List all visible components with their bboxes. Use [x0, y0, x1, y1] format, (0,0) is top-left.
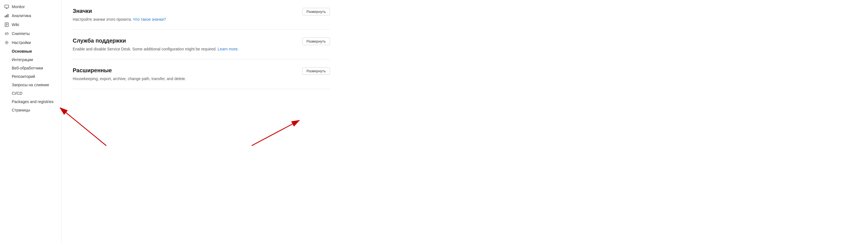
- badges-title: Значки: [73, 8, 92, 14]
- advanced-desc: Housekeeping, export, archive, change pa…: [73, 77, 297, 81]
- sidebar-sub-item-general[interactable]: Основные: [0, 47, 61, 55]
- sidebar-sub-item-pages[interactable]: Страницы: [0, 106, 61, 114]
- svg-line-10: [6, 32, 7, 35]
- svg-point-11: [6, 42, 7, 44]
- advanced-header: Расширенные Развернуть: [73, 67, 330, 75]
- sidebar-sub-item-label: Страницы: [12, 108, 30, 112]
- sidebar-item-monitor[interactable]: Monitor: [0, 2, 61, 11]
- sidebar-item-label: Wiki: [12, 22, 19, 27]
- sidebar-sub-item-label: Интеграции: [12, 57, 33, 62]
- sidebar-item-analytics[interactable]: Аналитика: [0, 11, 61, 20]
- sidebar-sub-item-cicd[interactable]: CI/CD: [0, 89, 61, 98]
- settings-icon: [4, 41, 9, 45]
- badges-expand-button[interactable]: Развернуть: [302, 8, 330, 16]
- sidebar-sub-item-webhooks[interactable]: Веб-обработчики: [0, 64, 61, 72]
- analytics-icon: [4, 14, 9, 18]
- sidebar-sub-item-label: Packages and registries: [12, 100, 54, 104]
- sidebar-sub-item-label: Запросы на слияние: [12, 83, 49, 87]
- service-desk-desc: Enable and disable Service Desk. Some ad…: [73, 47, 297, 51]
- sidebar-item-label: Аналитика: [12, 14, 31, 18]
- sidebar-sub-item-label: Веб-обработчики: [12, 66, 43, 70]
- advanced-title: Расширенные: [73, 67, 112, 74]
- snippets-icon: [4, 31, 9, 36]
- sidebar-item-settings[interactable]: Настройки: [0, 38, 61, 47]
- service-desk-section: Служба поддержки Развернуть Enable and d…: [73, 30, 330, 59]
- sidebar-item-label: Monitor: [12, 4, 25, 9]
- sidebar-sub-item-packages[interactable]: Packages and registries: [0, 98, 61, 106]
- sidebar-item-snippets[interactable]: Сниппеты: [0, 29, 61, 38]
- svg-rect-4: [6, 15, 7, 17]
- sidebar-sub-item-label: CI/CD: [12, 91, 22, 96]
- sidebar-item-label: Настройки: [12, 41, 31, 45]
- wiki-icon: [4, 22, 9, 27]
- svg-rect-5: [7, 14, 8, 17]
- badges-link[interactable]: Что такое значки?: [133, 17, 166, 22]
- sidebar-sub-item-merge-requests[interactable]: Запросы на слияние: [0, 81, 61, 89]
- badges-desc: Настройте значки этого проекта. Что тако…: [73, 17, 297, 22]
- sidebar-item-wiki[interactable]: Wiki: [0, 20, 61, 29]
- monitor-icon: [4, 4, 9, 9]
- service-desk-link[interactable]: Learn more.: [218, 47, 239, 51]
- sidebar-sub-item-repository[interactable]: Репозиторий: [0, 72, 61, 81]
- badges-header: Значки Развернуть: [73, 8, 330, 16]
- service-desk-header: Служба поддержки Развернуть: [73, 37, 330, 45]
- svg-rect-0: [5, 5, 9, 8]
- sidebar-item-label: Сниппеты: [12, 31, 30, 36]
- sidebar-sub-item-integrations[interactable]: Интеграции: [0, 55, 61, 64]
- svg-rect-3: [5, 16, 6, 17]
- advanced-section: Расширенные Развернуть Housekeeping, exp…: [73, 59, 330, 89]
- sidebar-sub-item-label: Репозиторий: [12, 74, 35, 79]
- sidebar-sub-item-label: Основные: [12, 49, 32, 54]
- advanced-expand-button[interactable]: Развернуть: [302, 67, 330, 75]
- main-content: Значки Развернуть Настройте значки этого…: [62, 0, 341, 242]
- sidebar: Monitor Аналитика Wiki Сниппеты Настройк…: [0, 0, 62, 242]
- badges-section: Значки Развернуть Настройте значки этого…: [73, 0, 330, 30]
- service-desk-title: Служба поддержки: [73, 37, 126, 44]
- service-desk-expand-button[interactable]: Развернуть: [302, 37, 330, 45]
